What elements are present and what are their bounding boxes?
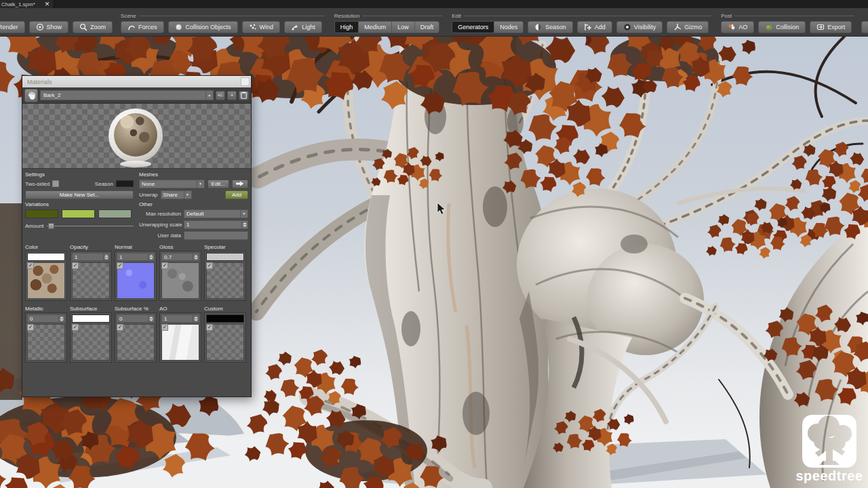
forces-button[interactable]: Forces	[121, 21, 164, 33]
gloss-map-thumbnail[interactable]: ✓	[161, 262, 199, 299]
specular-map-thumbnail[interactable]: ✓	[206, 262, 244, 299]
document-tab[interactable]: Chalk_1.spm* ✕	[0, 0, 54, 8]
subsurface-map-thumbnail[interactable]: ✓	[72, 324, 110, 361]
resolution-medium-button[interactable]: Medium	[359, 22, 392, 33]
gloss-value-field[interactable]: 0.7	[161, 253, 199, 261]
generators-button[interactable]: Generators	[452, 22, 494, 33]
season-button[interactable]: Season	[528, 21, 573, 33]
subsurface-pct-value-field[interactable]: 0	[117, 314, 155, 323]
color-map-thumbnail[interactable]: ✓	[27, 262, 65, 299]
material-preview-ball	[108, 108, 163, 163]
gloss-map-checkbox[interactable]: ✓	[161, 262, 168, 269]
ao-value-field[interactable]: 1	[161, 314, 199, 323]
new-material-button[interactable]: +	[227, 91, 237, 100]
panel-close-button[interactable]	[241, 77, 250, 86]
custom-map-thumbnail[interactable]: ✓	[206, 324, 244, 361]
nodes-button[interactable]: Nodes	[494, 22, 523, 33]
ao-icon	[728, 23, 736, 31]
spinner-arrows-icon[interactable]	[148, 253, 154, 260]
render-button[interactable]: Render	[0, 21, 25, 33]
spinner-arrows-icon[interactable]	[193, 253, 199, 260]
amount-slider-handle[interactable]	[48, 223, 54, 229]
material-preview-area[interactable]	[22, 104, 251, 169]
add-remove-material-button[interactable]: +/-	[216, 91, 225, 100]
normal-map-checkbox[interactable]: ✓	[117, 262, 123, 269]
chevron-down-icon: ▼	[240, 210, 248, 218]
materials-panel-titlebar[interactable]: Materials	[22, 76, 251, 87]
normal-map-thumbnail[interactable]: ✓	[117, 262, 155, 299]
resolution-high-button[interactable]: High	[335, 22, 359, 33]
two-sided-checkbox[interactable]	[52, 180, 59, 187]
unwrapping-scale-label: Unwrapping scale	[139, 222, 181, 228]
collision-button[interactable]: Collision	[758, 21, 806, 33]
tab-close-icon[interactable]: ✕	[45, 1, 50, 7]
variation-swatch-2[interactable]	[62, 209, 95, 218]
spinner-arrows-icon[interactable]	[103, 253, 109, 260]
unwrapping-scale-input[interactable]: 1	[184, 220, 248, 229]
export-icon	[816, 23, 825, 31]
toolbar-group-resolution: Resolution High Medium Low Draft	[332, 12, 443, 33]
opacity-map-checkbox[interactable]: ✓	[72, 262, 79, 269]
user-data-label: User data	[139, 232, 181, 239]
gizmo-button[interactable]: Gizmo	[667, 21, 709, 33]
add-icon	[584, 23, 592, 31]
resolution-low-button[interactable]: Low	[392, 22, 415, 33]
subsurface-pct-map-checkbox[interactable]: ✓	[117, 324, 123, 331]
back-arrow-button[interactable]	[861, 21, 868, 33]
mesh-assign-button[interactable]	[232, 180, 248, 188]
metallic-value-field[interactable]: 0	[27, 314, 65, 323]
subsurface-swatch[interactable]	[72, 314, 110, 323]
map-slot-specular: Specular ✓	[204, 244, 246, 301]
visibility-button[interactable]: Visibility	[616, 21, 663, 33]
wind-button[interactable]: Wind	[242, 21, 281, 33]
spinner-arrows-icon[interactable]	[193, 315, 199, 322]
collision-objects-button[interactable]: Collision Objects	[168, 21, 238, 33]
material-selector-dropdown[interactable]: Bark_2 ▼	[40, 90, 214, 100]
subsurface-map-checkbox[interactable]: ✓	[72, 324, 79, 331]
show-icon	[36, 23, 44, 31]
max-resolution-dropdown[interactable]: Default ▼	[184, 209, 248, 218]
ao-map-thumbnail[interactable]: ✓	[161, 324, 199, 361]
export-button[interactable]: Export	[810, 21, 852, 33]
metallic-map-thumbnail[interactable]: ✓	[27, 324, 65, 361]
amount-slider[interactable]	[47, 222, 134, 229]
variation-swatch-3[interactable]	[98, 209, 132, 218]
variation-swatch-1[interactable]	[25, 209, 58, 218]
opacity-value-field[interactable]: 1	[72, 253, 110, 261]
spinner-arrows-icon[interactable]	[241, 221, 248, 228]
map-slot-ao: AO 1 ✓	[159, 306, 201, 363]
pan-tool-button[interactable]	[24, 89, 38, 102]
specular-swatch[interactable]	[206, 253, 244, 261]
ao-map-checkbox[interactable]: ✓	[161, 324, 168, 331]
color-swatch[interactable]	[27, 253, 65, 261]
material-preview-sphere	[114, 113, 157, 157]
chevron-down-icon: ▼	[197, 180, 204, 188]
visibility-icon	[623, 23, 631, 31]
color-map-checkbox[interactable]: ✓	[27, 262, 34, 269]
make-new-set-button[interactable]: Make New Set...	[25, 190, 134, 199]
custom-swatch[interactable]	[206, 314, 244, 323]
toolbar-standalone-group: Render Show Zoom	[0, 21, 113, 33]
unwrap-dropdown[interactable]: Share ▼	[161, 190, 192, 199]
specular-map-checkbox[interactable]: ✓	[206, 262, 213, 269]
normal-value-field[interactable]: 1	[117, 253, 155, 261]
zoom-button[interactable]: Zoom	[73, 21, 113, 33]
light-button[interactable]: Light	[284, 21, 322, 33]
metallic-map-checkbox[interactable]: ✓	[27, 324, 34, 331]
mesh-edit-button[interactable]: Edit...	[208, 180, 229, 188]
spinner-arrows-icon[interactable]	[148, 315, 154, 322]
ao-button[interactable]: AO	[721, 21, 754, 33]
subsurface-pct-map-thumbnail[interactable]: ✓	[117, 324, 155, 361]
opacity-map-thumbnail[interactable]: ✓	[72, 262, 110, 299]
paste-material-button[interactable]	[239, 91, 249, 100]
toolbar-group-scene: Scene Forces Collision Objects Wind Ligh…	[118, 12, 325, 33]
show-button[interactable]: Show	[29, 21, 69, 33]
resolution-draft-button[interactable]: Draft	[415, 22, 439, 33]
spinner-arrows-icon[interactable]	[58, 315, 64, 322]
user-data-input[interactable]	[184, 231, 248, 240]
custom-map-checkbox[interactable]: ✓	[206, 324, 213, 331]
mesh-add-button[interactable]: Add	[225, 190, 248, 199]
add-button[interactable]: Add	[577, 21, 612, 33]
mesh-dropdown[interactable]: None ▼	[139, 180, 205, 188]
season-color-swatch[interactable]	[116, 180, 134, 187]
